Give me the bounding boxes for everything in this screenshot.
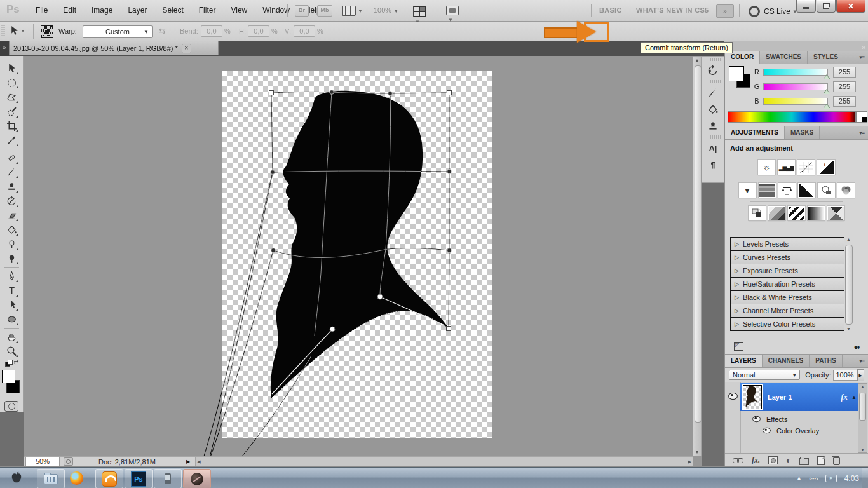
canvas-area[interactable] — [24, 56, 693, 456]
tab-styles[interactable]: STYLES — [808, 51, 844, 64]
delete-layer-icon[interactable] — [833, 456, 840, 465]
layer-name[interactable]: Layer 1 — [768, 393, 841, 401]
taskbar-firefox-button[interactable] — [70, 471, 83, 485]
warp-control-point[interactable] — [330, 327, 335, 332]
taskbar-phone-app-button[interactable] — [154, 469, 182, 488]
expand-triangle-icon[interactable]: ▷ — [735, 254, 739, 261]
document-status-icon[interactable] — [64, 458, 73, 466]
warp-transform-artwork[interactable] — [24, 56, 693, 456]
panel-menu-icon[interactable]: ▾≡ — [859, 358, 864, 364]
expand-triangle-icon[interactable]: ▷ — [735, 321, 739, 327]
presets-scrollbar[interactable]: ▲ ▼ — [844, 237, 853, 331]
restore-button[interactable] — [817, 0, 836, 13]
taskbar-photoshop-button[interactable]: Ps — [125, 469, 153, 488]
warp-point[interactable] — [330, 90, 334, 95]
scroll-down-icon[interactable]: ▼ — [858, 447, 867, 452]
polygonal-lasso-tool[interactable] — [3, 90, 20, 104]
minimize-button[interactable] — [796, 0, 816, 13]
menu-view[interactable]: View — [223, 0, 255, 21]
warp-point[interactable] — [388, 92, 393, 96]
horizontal-scrollbar[interactable]: ◀ ▶ — [195, 458, 693, 466]
menu-layer[interactable]: Layer — [120, 0, 154, 21]
collapse-panels-button[interactable]: » — [862, 43, 865, 51]
brightness-contrast-icon[interactable]: ☼ — [758, 160, 775, 175]
fx-badge[interactable]: fx — [841, 392, 848, 402]
panel-menu-icon[interactable]: ▾≡ — [859, 54, 864, 60]
taskbar-uc-browser-button[interactable] — [95, 469, 123, 488]
layer-visibility-eye-icon[interactable] — [728, 393, 738, 400]
clone-stamp-tool[interactable] — [3, 179, 20, 194]
network-icon[interactable]: ‹···› — [809, 475, 817, 482]
opacity-input[interactable]: 100% — [833, 370, 857, 381]
blend-mode-dropdown[interactable]: Normal ▼ — [729, 370, 800, 380]
swap-colors-icon[interactable]: ⇄ — [13, 359, 18, 365]
eraser-tool[interactable] — [3, 208, 20, 223]
scrollbar-thumb[interactable] — [859, 393, 866, 421]
quick-selection-tool[interactable] — [3, 104, 20, 119]
brush-panel-button[interactable] — [702, 85, 724, 101]
warp-control-point[interactable] — [377, 294, 383, 299]
status-expand-icon[interactable]: ▶ — [186, 459, 190, 464]
elliptical-marquee-tool[interactable] — [3, 76, 20, 90]
curves-icon[interactable] — [797, 160, 815, 175]
scroll-down-icon[interactable]: ▼ — [693, 450, 701, 454]
burn-tool[interactable] — [3, 252, 20, 266]
tab-overflow-button[interactable]: » — [0, 41, 9, 56]
menu-image[interactable]: Image — [84, 0, 120, 21]
tab-layers[interactable]: LAYERS — [725, 355, 763, 367]
screen-mode-button[interactable]: ▼ — [446, 6, 459, 23]
menu-select[interactable]: Select — [154, 0, 191, 21]
workspace-whats-new[interactable]: WHAT'S NEW IN CS5 — [636, 6, 709, 14]
new-group-icon[interactable] — [799, 456, 809, 465]
start-button[interactable] — [9, 470, 24, 487]
expand-triangle-icon[interactable]: ▷ — [735, 281, 739, 287]
invert-icon[interactable] — [749, 206, 766, 220]
expand-triangle-icon[interactable]: ▷ — [735, 268, 739, 274]
warp-corner-handle[interactable] — [447, 327, 451, 331]
color-overlay-visibility-eye-icon[interactable] — [763, 428, 771, 433]
list-item[interactable]: ▷Curves Presets — [731, 251, 844, 264]
menu-file[interactable]: File — [28, 0, 55, 21]
zoom-tool[interactable] — [3, 344, 20, 359]
move-tool[interactable] — [3, 61, 20, 76]
color-overlay-row[interactable]: Color Overlay — [740, 425, 819, 436]
warp-point[interactable] — [447, 170, 452, 174]
link-layers-icon[interactable] — [733, 458, 743, 463]
vertical-scrollbar[interactable]: ▲ ▼ — [693, 56, 702, 456]
type-tool[interactable] — [3, 283, 20, 298]
launch-mini-bridge-button[interactable]: Mb — [317, 5, 332, 17]
tab-adjustments[interactable]: ADJUSTMENTS — [725, 126, 785, 139]
clone-source-panel-button[interactable] — [702, 118, 724, 134]
scrollbar-thumb[interactable] — [695, 65, 702, 423]
tab-masks[interactable]: MASKS — [785, 126, 820, 139]
list-item[interactable]: ▷Channel Mixer Presets — [731, 304, 844, 318]
warp-point[interactable] — [447, 248, 452, 253]
color-spectrum-ramp[interactable] — [728, 111, 856, 123]
workspace-basic[interactable]: BASIC — [599, 6, 622, 14]
pen-tool[interactable] — [3, 269, 20, 283]
crop-tool[interactable] — [3, 119, 20, 133]
scroll-right-icon[interactable]: ▶ — [688, 459, 691, 464]
white-black-selector[interactable] — [856, 111, 867, 123]
scroll-down-icon[interactable]: ▼ — [844, 327, 853, 331]
channel-mixer-icon[interactable] — [837, 183, 855, 198]
tab-paths[interactable]: PATHS — [810, 355, 842, 367]
panel-menu-icon[interactable]: ▾≡ — [859, 130, 864, 136]
slider-thumb[interactable] — [824, 90, 830, 94]
foreground-background-swatches[interactable] — [2, 370, 21, 397]
document-tab[interactable]: 2013-05-20 09.04.45.jpg @ 50% (Layer 1, … — [9, 41, 219, 55]
scroll-left-icon[interactable]: ◀ — [197, 459, 200, 464]
list-item[interactable]: ▷Exposure Presets — [731, 264, 844, 278]
clip-to-layer-icon[interactable]: ●◗ — [854, 342, 860, 351]
hidden-icons-button[interactable]: ▲ — [796, 475, 801, 481]
scroll-up-icon[interactable]: ▲ — [844, 237, 853, 241]
blue-value-input[interactable]: 255 — [833, 96, 856, 107]
expand-triangle-icon[interactable]: ▷ — [735, 308, 739, 314]
foreground-color-swatch[interactable] — [2, 370, 15, 383]
posterize-icon[interactable] — [768, 206, 785, 220]
slider-thumb[interactable] — [824, 75, 830, 79]
list-item[interactable]: ▷Black & White Presets — [731, 291, 844, 304]
view-extras-button[interactable]: ▼ — [342, 6, 363, 16]
expand-triangle-icon[interactable]: ▷ — [735, 241, 739, 247]
default-colors-control[interactable]: ⇄ — [4, 360, 18, 367]
